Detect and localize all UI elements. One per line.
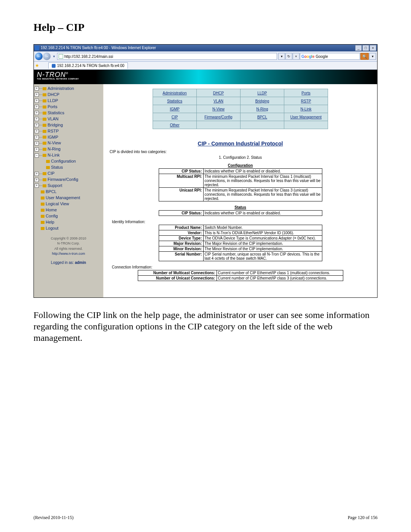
search-placeholder: Google bbox=[315, 54, 328, 59]
favorites-icon[interactable]: ★ bbox=[35, 63, 39, 68]
nav-item-help[interactable]: Help bbox=[35, 219, 102, 225]
minimize-button[interactable]: _ bbox=[355, 45, 362, 51]
help-link-other[interactable]: Other bbox=[170, 123, 179, 127]
brand-banner: N-TRON® THE INDUSTRIAL NETWORK COMPANY bbox=[34, 70, 377, 84]
browser-screenshot: 192.168.2.214 N-TRON Switch fb:e4:00 - W… bbox=[33, 44, 378, 298]
help-link-lldp[interactable]: LLDP bbox=[257, 91, 267, 95]
tab-favicon-icon bbox=[52, 64, 56, 68]
search-input[interactable]: Google Google bbox=[300, 53, 360, 60]
folder-icon bbox=[43, 124, 46, 127]
help-link-bridging[interactable]: Bridging bbox=[255, 99, 269, 103]
close-button[interactable]: × bbox=[370, 45, 376, 51]
forward-button[interactable]: → bbox=[43, 53, 51, 60]
login-status: Logged in as: admin bbox=[35, 260, 102, 265]
folder-icon bbox=[41, 190, 45, 193]
nav-item-logout[interactable]: Logout bbox=[35, 225, 102, 232]
nav-item-usermgmt[interactable]: User Management bbox=[35, 195, 102, 201]
maximize-button[interactable]: □ bbox=[362, 45, 369, 51]
nav-item-ports[interactable]: +Ports bbox=[35, 104, 102, 110]
page-number: Page 120 of 156 bbox=[348, 515, 378, 521]
help-link-administration[interactable]: Administration bbox=[162, 91, 186, 95]
nav-item-config[interactable]: Config bbox=[35, 213, 102, 219]
identity-heading: Identity Information: bbox=[112, 220, 369, 224]
help-link-bpcl[interactable]: BPCL bbox=[257, 115, 267, 119]
nav-item-nlink-status[interactable]: Status bbox=[35, 165, 102, 171]
nav-item-nlink[interactable]: −N-Link bbox=[35, 152, 102, 158]
url-input[interactable]: http://192.168.2.214/main.ssi bbox=[57, 53, 277, 60]
ie-icon bbox=[35, 46, 39, 50]
folder-icon bbox=[41, 209, 45, 212]
nav-sidebar: +Administration +DHCP +LLDP +Ports +Stat… bbox=[34, 84, 104, 297]
status-heading: Status bbox=[112, 205, 369, 209]
tab-title: 192.168.2.214 N-TRON Switch fb:e4:00 bbox=[57, 64, 124, 68]
cip-category-line: 1. Configuration 2. Status bbox=[112, 155, 369, 160]
google-icon: Google bbox=[301, 54, 314, 59]
refresh-button[interactable]: ↻ bbox=[285, 53, 292, 60]
nav-item-lldp[interactable]: +LLDP bbox=[35, 98, 102, 104]
help-link-grid: Administration DHCP LLDP Ports Statistic… bbox=[153, 89, 328, 129]
nav-item-nview[interactable]: +N-View bbox=[35, 140, 102, 146]
sidebar-footer: Copyright © 2008-2010 N-TRON Corp. All r… bbox=[35, 236, 102, 257]
nav-item-firmware[interactable]: +Firmware/Config bbox=[35, 177, 102, 183]
nav-item-dhcp[interactable]: +DHCP bbox=[35, 92, 102, 98]
config-heading: Configuration bbox=[112, 163, 369, 168]
help-link-dhcp[interactable]: DHCP bbox=[213, 91, 224, 95]
folder-icon bbox=[43, 93, 46, 96]
folder-icon bbox=[43, 142, 46, 145]
nav-item-vlan[interactable]: +VLAN bbox=[35, 116, 102, 122]
nav-item-nlink-configuration[interactable]: Configuration bbox=[35, 158, 102, 165]
folder-icon bbox=[43, 87, 46, 90]
help-link-cip[interactable]: CIP bbox=[172, 115, 178, 119]
nav-item-home[interactable]: Home bbox=[35, 207, 102, 213]
nav-item-administration[interactable]: +Administration bbox=[35, 86, 102, 92]
folder-icon bbox=[41, 197, 45, 200]
folder-icon bbox=[43, 118, 46, 121]
page-icon bbox=[59, 54, 63, 59]
nav-item-igmp[interactable]: +IGMP bbox=[35, 134, 102, 141]
compat-dropdown-icon[interactable]: ▾ bbox=[278, 53, 285, 60]
window-title: 192.168.2.214 N-TRON Switch fb:e4:00 - W… bbox=[41, 45, 156, 51]
folder-icon bbox=[43, 178, 46, 181]
help-link-statistics[interactable]: Statistics bbox=[167, 99, 182, 103]
revised-date: (Revised 2010-11-15) bbox=[33, 515, 73, 521]
folder-icon bbox=[46, 166, 50, 169]
figure-caption: Following the CIP link on the help page,… bbox=[33, 309, 378, 343]
cip-intro: CIP is divided into two categories: bbox=[110, 150, 369, 154]
search-options-icon[interactable]: ▾ bbox=[369, 53, 376, 60]
identity-table: Product Name:Switch Model Number. Vendor… bbox=[159, 225, 322, 261]
connection-table: Number of Multicast Connections:Current … bbox=[138, 270, 343, 281]
stop-button[interactable]: × bbox=[293, 53, 299, 60]
back-button[interactable]: ← bbox=[35, 53, 43, 60]
nav-item-bpcl[interactable]: BPCL bbox=[35, 189, 102, 195]
folder-icon bbox=[43, 148, 46, 151]
folder-icon bbox=[43, 105, 46, 109]
folder-icon bbox=[43, 154, 46, 157]
folder-icon bbox=[43, 112, 46, 115]
nav-item-statistics[interactable]: +Statistics bbox=[35, 110, 102, 116]
folder-icon bbox=[43, 99, 46, 102]
folder-icon bbox=[41, 215, 45, 218]
nav-item-nring[interactable]: +N-Ring bbox=[35, 146, 102, 152]
nav-item-rstp[interactable]: +RSTP bbox=[35, 128, 102, 134]
help-link-vlan[interactable]: VLAN bbox=[213, 99, 223, 103]
help-link-ports[interactable]: Ports bbox=[301, 91, 310, 95]
help-link-usermgmt[interactable]: User Management bbox=[290, 115, 322, 119]
help-link-nlink[interactable]: N-Link bbox=[301, 107, 312, 111]
nav-item-cip[interactable]: +CIP bbox=[35, 171, 102, 177]
help-link-rstp[interactable]: RSTP bbox=[301, 99, 311, 103]
url-text: http://192.168.2.214/main.ssi bbox=[64, 54, 113, 59]
help-link-nview[interactable]: N-View bbox=[212, 107, 225, 111]
help-link-nring[interactable]: N-Ring bbox=[256, 107, 268, 111]
history-dropdown-icon[interactable]: ▼ bbox=[53, 55, 56, 58]
favorites-bar: ★ 192.168.2.214 N-TRON Switch fb:e4:00 bbox=[34, 62, 377, 70]
help-link-firmware[interactable]: Firmware/Config bbox=[204, 115, 232, 119]
search-button[interactable]: 🔍 bbox=[360, 53, 369, 60]
nav-item-support[interactable]: +Support bbox=[35, 183, 102, 189]
nav-item-bridging[interactable]: +Bridging bbox=[35, 122, 102, 128]
folder-icon bbox=[43, 184, 46, 187]
help-link-igmp[interactable]: IGMP bbox=[170, 107, 180, 111]
browser-tab[interactable]: 192.168.2.214 N-TRON Switch fb:e4:00 bbox=[48, 62, 128, 69]
cip-page-title: CIP - Common Industrial Protocol bbox=[112, 141, 369, 147]
ntron-url[interactable]: http://www.n-tron.com bbox=[52, 252, 85, 256]
nav-item-logicalview[interactable]: Logical View bbox=[35, 201, 102, 207]
